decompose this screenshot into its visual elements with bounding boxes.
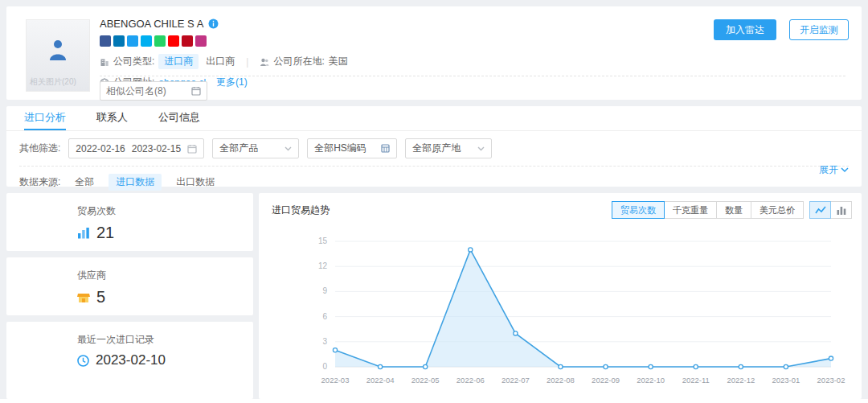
start-monitor-button[interactable]: 开启监测 [789, 19, 849, 40]
trend-chart-card: 进口贸易趋势 贸易次数 千克重量 数量 美元总价 [259, 193, 862, 399]
add-radar-button[interactable]: 加入雷达 [714, 19, 776, 40]
trend-line-chart: 036912152022-032022-042022-052022-062022… [267, 228, 854, 391]
toggle-trade-count[interactable]: 贸易次数 [612, 201, 665, 219]
exporter-option[interactable]: 出口商 [206, 55, 235, 68]
social-icons [100, 35, 661, 47]
more-link[interactable]: 更多(1) [216, 76, 248, 89]
svg-text:2023-02: 2023-02 [817, 376, 845, 384]
toggle-kg-weight[interactable]: 千克重量 [664, 201, 717, 219]
stat-value: 2023-02-10 [96, 352, 166, 368]
company-photo-placeholder[interactable]: 相关图片(20) [26, 19, 90, 92]
svg-text:2022-03: 2022-03 [321, 376, 350, 384]
people-icon [260, 57, 269, 67]
stat-value: 21 [96, 224, 114, 242]
similar-company-select[interactable]: 相似公司名(8) [100, 81, 207, 101]
source-option-all[interactable]: 全部 [75, 175, 94, 189]
expand-toggle[interactable]: 展开 [819, 163, 849, 177]
dashed-divider [100, 76, 845, 76]
youtube-icon[interactable] [168, 35, 179, 47]
svg-text:12: 12 [318, 261, 328, 270]
data-source-label: 数据来源: [19, 175, 60, 189]
divider: | [246, 56, 248, 68]
twitter-icon[interactable] [127, 35, 138, 47]
location-value: 美国 [329, 55, 348, 68]
svg-text:9: 9 [322, 286, 327, 295]
chart-title: 进口贸易趋势 [272, 204, 330, 217]
stat-label: 贸易次数 [77, 204, 253, 218]
toggle-quantity[interactable]: 数量 [716, 201, 751, 219]
stat-value: 5 [96, 288, 105, 306]
bottom-strip [0, 399, 868, 403]
source-option-export[interactable]: 出口数据 [176, 175, 215, 189]
importer-tag[interactable]: 进口商 [158, 54, 199, 69]
origin-select[interactable]: 全部原产地 [405, 138, 492, 158]
calendar-icon [191, 86, 201, 96]
stat-label: 供应商 [77, 269, 253, 282]
date-start: 2022-02-16 [76, 143, 125, 154]
toggle-usd-total[interactable]: 美元总价 [751, 201, 804, 219]
filter-row: 其他筛选: 2022-02-16 2023-02-15 全部产品 全部HS编码 [6, 131, 862, 162]
svg-text:2023-01: 2023-01 [772, 376, 800, 384]
svg-text:2022-04: 2022-04 [366, 376, 395, 384]
skype-icon[interactable] [141, 35, 152, 47]
info-icon[interactable] [208, 19, 219, 29]
stat-card-trade-count: 贸易次数 21 [6, 193, 253, 251]
pinterest-icon[interactable] [182, 35, 193, 47]
svg-text:2022-08: 2022-08 [547, 376, 575, 384]
hs-code-select[interactable]: 全部HS编码 [307, 138, 397, 158]
similar-company-label: 相似公司名(8) [106, 84, 166, 98]
svg-text:2022-09: 2022-09 [592, 376, 620, 384]
svg-text:2022-11: 2022-11 [682, 376, 710, 384]
location-label: 公司所在地: [273, 55, 324, 68]
calendar-icon [187, 144, 197, 154]
chevron-down-icon [477, 146, 485, 151]
linkedin-icon[interactable] [113, 35, 125, 47]
source-option-import[interactable]: 进口数据 [108, 174, 162, 191]
person-icon [47, 38, 68, 62]
stat-card-last-import: 最近一次进口记录 2023-02-10 [6, 322, 253, 399]
line-chart-icon [815, 206, 826, 215]
bar-chart-icon [837, 206, 846, 215]
company-header-card: 相关图片(20) ABENGOA CHILE S A 公司类 [6, 6, 862, 100]
grid-icon [381, 144, 390, 153]
chevron-down-icon [285, 146, 292, 151]
stat-card-suppliers: 供应商 5 [6, 257, 253, 315]
tab-import-analysis[interactable]: 进口分析 [24, 106, 66, 130]
tab-bar: 进口分析 联系人 公司信息 [6, 106, 862, 131]
company-info: ABENGOA CHILE S A 公司类型: 进口商 出口商 [100, 18, 661, 89]
filter-label: 其他筛选: [19, 142, 60, 155]
svg-text:0: 0 [322, 362, 327, 371]
stat-label: 最近一次进口记录 [77, 333, 253, 347]
clock-icon [77, 355, 89, 367]
instagram-icon[interactable] [195, 35, 207, 47]
company-name: ABENGOA CHILE S A [100, 18, 203, 30]
chevron-down-icon [841, 167, 849, 173]
svg-text:2022-07: 2022-07 [502, 376, 530, 384]
analysis-panel: 进口分析 联系人 公司信息 其他筛选: 2022-02-16 2023-02-1… [6, 106, 862, 187]
bar-chart-button[interactable] [830, 201, 852, 219]
date-range-picker[interactable]: 2022-02-16 2023-02-15 [68, 138, 204, 158]
building-icon [100, 57, 109, 67]
chart-type-buttons [810, 201, 852, 219]
svg-text:2022-10: 2022-10 [637, 376, 665, 384]
svg-text:2022-06: 2022-06 [457, 376, 485, 384]
tab-contacts[interactable]: 联系人 [96, 106, 128, 130]
data-source-row: 数据来源: 全部 进口数据 出口数据 [6, 167, 862, 191]
whatsapp-icon[interactable] [154, 35, 166, 47]
facebook-icon[interactable] [100, 35, 111, 47]
supplier-icon [77, 291, 90, 303]
svg-text:2022-05: 2022-05 [411, 376, 440, 384]
photo-caption: 相关图片(20) [30, 76, 76, 88]
product-select[interactable]: 全部产品 [212, 138, 299, 158]
bar-chart-icon [77, 227, 90, 239]
line-chart-button[interactable] [809, 201, 831, 219]
date-end: 2023-02-15 [132, 143, 181, 154]
page: 相关图片(20) ABENGOA CHILE S A 公司类 [0, 0, 868, 403]
tab-company-info[interactable]: 公司信息 [158, 106, 200, 130]
metric-toggle-group: 贸易次数 千克重量 数量 美元总价 [612, 201, 804, 219]
svg-text:15: 15 [318, 236, 328, 245]
svg-text:3: 3 [322, 337, 327, 346]
svg-text:2022-12: 2022-12 [727, 376, 755, 384]
svg-text:6: 6 [322, 312, 327, 321]
company-type-label: 公司类型: [113, 55, 154, 68]
